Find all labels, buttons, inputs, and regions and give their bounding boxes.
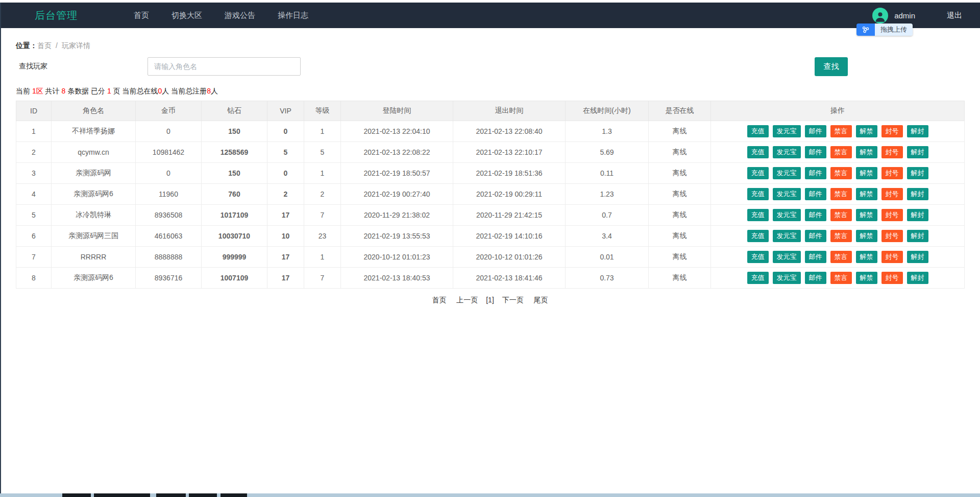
send-ingot-button[interactable]: 发元宝 [773,188,801,200]
unban-button[interactable]: 解封 [907,251,928,263]
unban-button[interactable]: 解封 [907,125,928,137]
drag-upload-tooltip[interactable]: 拖拽上传 [856,23,913,36]
unmute-button[interactable]: 解禁 [856,230,877,242]
unmute-button[interactable]: 解禁 [856,188,877,200]
ban-button[interactable]: 封号 [881,230,903,242]
send-ingot-button[interactable]: 发元宝 [773,209,801,221]
mail-button[interactable]: 邮件 [805,251,826,263]
unban-button[interactable]: 解封 [907,272,928,284]
page-first-link[interactable]: 首页 [432,296,446,304]
cell-login-time: 2021-02-19 18:50:57 [341,163,453,184]
nav-menu: 首页 切换大区 游戏公告 操作日志 [122,3,320,28]
cell-online-hours: 1.23 [566,184,649,205]
taskbar-sliver [0,493,980,497]
send-ingot-button[interactable]: 发元宝 [773,146,801,158]
username-label[interactable]: admin [894,11,915,20]
ban-button[interactable]: 封号 [881,251,903,263]
summary-text: 共计 [43,87,62,95]
recharge-button[interactable]: 充值 [747,230,769,242]
cell-gold: 8936716 [136,268,202,289]
search-input[interactable] [148,57,301,76]
cell-role-name: 亲测源码网6 [52,268,136,289]
breadcrumb-home-link[interactable]: 首页 [37,41,52,50]
ban-button[interactable]: 封号 [881,272,903,284]
mute-button[interactable]: 禁言 [830,188,852,200]
breadcrumb-separator: / [56,41,58,50]
ban-button[interactable]: 封号 [881,188,903,200]
unmute-button[interactable]: 解禁 [856,167,877,179]
ban-button[interactable]: 封号 [881,146,903,158]
recharge-button[interactable]: 充值 [747,125,769,137]
recharge-button[interactable]: 充值 [747,188,769,200]
mail-button[interactable]: 邮件 [805,188,826,200]
recharge-button[interactable]: 充值 [747,251,769,263]
mail-button[interactable]: 邮件 [805,230,826,242]
unban-button[interactable]: 解封 [907,188,928,200]
ban-button[interactable]: 封号 [881,125,903,137]
unban-button[interactable]: 解封 [907,146,928,158]
mail-button[interactable]: 邮件 [805,167,826,179]
unmute-button[interactable]: 解禁 [856,272,877,284]
mute-button[interactable]: 禁言 [830,125,852,137]
page-prev-link[interactable]: 上一页 [456,296,478,304]
send-ingot-button[interactable]: 发元宝 [773,230,801,242]
cell-level: 23 [304,226,341,247]
cell-vip: 0 [267,163,304,184]
unmute-button[interactable]: 解禁 [856,251,877,263]
unban-button[interactable]: 解封 [907,209,928,221]
mail-button[interactable]: 邮件 [805,272,826,284]
summary-highlight: 1 [107,87,111,95]
mail-button[interactable]: 邮件 [805,209,826,221]
row-actions: 充值发元宝邮件禁言解禁封号解封 [711,226,965,247]
cell-diamond: 1017109 [202,205,267,226]
cell-gold: 11960 [136,184,202,205]
logout-link[interactable]: 退出 [947,11,962,20]
mute-button[interactable]: 禁言 [830,167,852,179]
unban-button[interactable]: 解封 [907,167,928,179]
mail-button[interactable]: 邮件 [805,146,826,158]
row-actions: 充值发元宝邮件禁言解禁封号解封 [711,163,965,184]
col-header-online-hours: 在线时间(小时) [566,101,649,121]
players-table: ID 角色名 金币 钻石 VIP 等级 登陆时间 退出时间 在线时间(小时) 是… [16,101,965,289]
page-last-link[interactable]: 尾页 [534,296,548,304]
recharge-button[interactable]: 充值 [747,146,769,158]
nav-item-game-notice[interactable]: 游戏公告 [213,3,266,28]
nav-item-switch-zone[interactable]: 切换大区 [160,3,213,28]
cell-logout-time: 2021-02-13 18:41:46 [453,268,566,289]
cell-role-name: 亲测源码网 [52,163,136,184]
send-ingot-button[interactable]: 发元宝 [773,125,801,137]
mute-button[interactable]: 禁言 [830,230,852,242]
nav-item-operation-log[interactable]: 操作日志 [266,3,320,28]
table-row: 1 不祥塔季扬娜 0 150 0 1 2021-02-13 22:04:10 2… [16,121,965,142]
unmute-button[interactable]: 解禁 [856,209,877,221]
cell-logout-time: 2021-02-19 00:29:11 [453,184,566,205]
unban-button[interactable]: 解封 [907,230,928,242]
search-button[interactable]: 查找 [815,57,848,76]
avatar[interactable] [872,8,888,23]
cell-online-status: 离线 [649,205,711,226]
cell-diamond: 760 [202,184,267,205]
row-actions: 充值发元宝邮件禁言解禁封号解封 [711,121,965,142]
cell-online-hours: 3.4 [566,226,649,247]
unmute-button[interactable]: 解禁 [856,125,877,137]
ban-button[interactable]: 封号 [881,167,903,179]
recharge-button[interactable]: 充值 [747,272,769,284]
recharge-button[interactable]: 充值 [747,209,769,221]
mute-button[interactable]: 禁言 [830,209,852,221]
send-ingot-button[interactable]: 发元宝 [773,251,801,263]
unmute-button[interactable]: 解禁 [856,146,877,158]
page-next-link[interactable]: 下一页 [502,296,524,304]
mute-button[interactable]: 禁言 [830,251,852,263]
table-row: 4 亲测源码网6 11960 760 2 2 2021-02-19 00:27:… [16,184,965,205]
mute-button[interactable]: 禁言 [830,146,852,158]
mute-button[interactable]: 禁言 [830,272,852,284]
cell-gold: 0 [136,121,202,142]
nav-item-home[interactable]: 首页 [122,3,160,28]
recharge-button[interactable]: 充值 [747,167,769,179]
cell-vip: 5 [267,142,304,163]
send-ingot-button[interactable]: 发元宝 [773,272,801,284]
ban-button[interactable]: 封号 [881,209,903,221]
send-ingot-button[interactable]: 发元宝 [773,167,801,179]
col-header-logout-time: 退出时间 [453,101,566,121]
mail-button[interactable]: 邮件 [805,125,826,137]
